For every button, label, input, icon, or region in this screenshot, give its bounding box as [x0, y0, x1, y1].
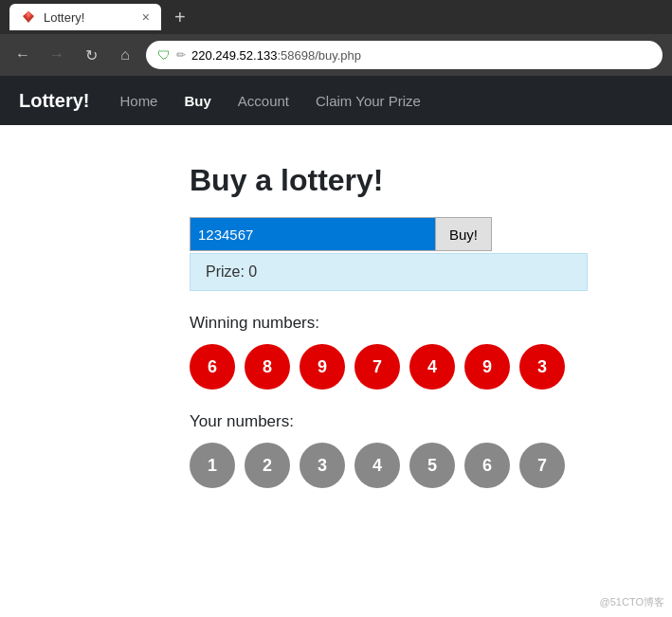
site-navbar: Lottery! Home Buy Account Claim Your Pri… [0, 76, 672, 125]
site-brand[interactable]: Lottery! [19, 90, 89, 112]
page-title: Buy a lottery! [190, 163, 672, 198]
edit-icon: ✏ [176, 48, 186, 62]
url-display: 220.249.52.133:58698/buy.php [191, 48, 361, 63]
tab-favicon-icon [21, 9, 36, 25]
browser-toolbar: ← → ↻ ⌂ 🛡 ✏ 220.249.52.133:58698/buy.php [0, 34, 672, 76]
your-number-ball: 6 [464, 443, 510, 488]
lottery-number-input[interactable] [190, 217, 436, 251]
nav-claim-prize[interactable]: Claim Your Prize [304, 87, 432, 115]
buy-button[interactable]: Buy! [436, 217, 492, 251]
your-number-ball: 5 [409, 443, 455, 488]
winning-numbers-section: Winning numbers: 6897493 [190, 314, 672, 390]
main-content: Buy a lottery! Buy! Prize: 0 Winning num… [0, 125, 672, 545]
winning-number-ball: 6 [190, 344, 235, 390]
browser-titlebar: Lottery! × + [0, 0, 672, 34]
your-number-ball: 7 [519, 443, 565, 488]
tab-close-button[interactable]: × [142, 9, 150, 25]
browser-tab[interactable]: Lottery! × [9, 4, 161, 30]
forward-button: → [44, 42, 70, 68]
winning-number-ball: 9 [300, 344, 345, 390]
winning-number-ball: 7 [354, 344, 400, 390]
your-number-ball: 4 [354, 443, 400, 488]
winning-number-ball: 3 [519, 344, 565, 390]
url-path: :58698/buy.php [277, 48, 361, 63]
winning-number-ball: 9 [464, 344, 510, 390]
home-button[interactable]: ⌂ [112, 42, 138, 68]
buy-form: Buy! [190, 217, 672, 251]
nav-home[interactable]: Home [108, 87, 169, 115]
prize-display: Prize: 0 [190, 253, 588, 291]
your-numbers-row: 1234567 [190, 443, 672, 488]
address-bar[interactable]: 🛡 ✏ 220.249.52.133:58698/buy.php [146, 41, 663, 69]
security-shield-icon: 🛡 [157, 47, 171, 63]
your-numbers-section: Your numbers: 1234567 [190, 412, 672, 488]
reload-button[interactable]: ↻ [78, 42, 104, 68]
winning-numbers-label: Winning numbers: [190, 314, 672, 333]
winning-numbers-row: 6897493 [190, 344, 672, 390]
back-button[interactable]: ← [9, 42, 36, 68]
nav-buy[interactable]: Buy [173, 87, 222, 115]
winning-number-ball: 8 [245, 344, 290, 390]
url-host: 220.249.52.133 [191, 48, 277, 63]
nav-account[interactable]: Account [227, 87, 300, 115]
your-number-ball: 3 [300, 443, 345, 488]
winning-number-ball: 4 [409, 344, 455, 390]
your-number-ball: 2 [245, 443, 290, 488]
your-numbers-label: Your numbers: [190, 412, 672, 431]
new-tab-button[interactable]: + [169, 7, 191, 28]
your-number-ball: 1 [190, 443, 235, 488]
tab-title: Lottery! [44, 10, 84, 25]
